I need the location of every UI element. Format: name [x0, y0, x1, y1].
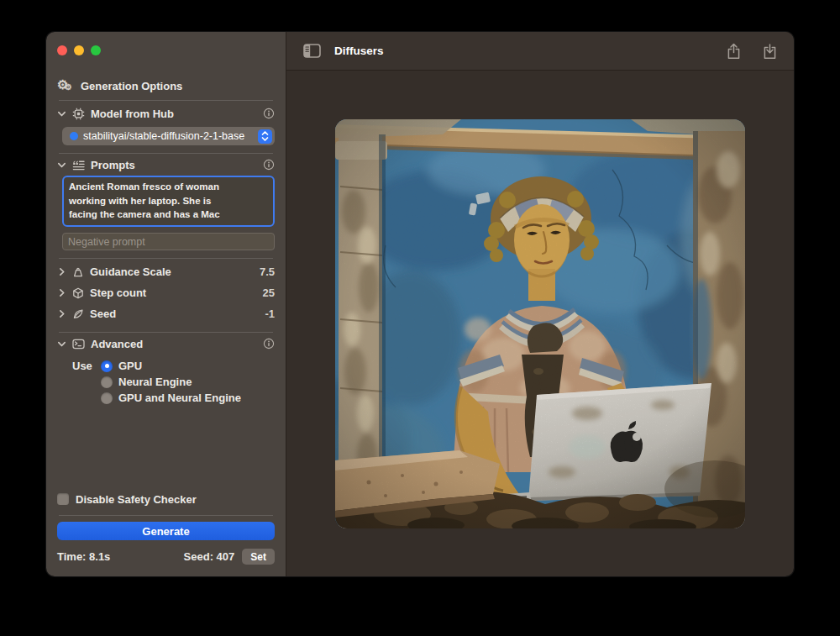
chevron-down-icon[interactable] — [57, 339, 66, 349]
app-window: ⚙⚙ Generation Options — [46, 32, 794, 576]
use-label: Use — [72, 360, 95, 372]
info-icon[interactable] — [263, 338, 275, 350]
cpu-icon — [72, 108, 85, 120]
time-status: Time: 8.1s — [57, 550, 110, 563]
radio-gpu[interactable] — [101, 360, 113, 372]
divider — [59, 258, 273, 259]
info-icon[interactable] — [263, 159, 275, 171]
window-controls — [57, 45, 275, 55]
info-icon[interactable] — [263, 108, 275, 119]
chevron-right-icon[interactable] — [57, 309, 66, 318]
model-dropdown[interactable]: stabilityai/stable-diffusion-2-1-base — [62, 127, 275, 145]
toolbar: Diffusers — [286, 32, 794, 71]
set-seed-button[interactable]: Set — [242, 549, 275, 565]
seed-label: Seed — [90, 307, 116, 320]
main-pane: Diffusers — [286, 32, 794, 576]
gears-icon: ⚙⚙ — [57, 79, 74, 92]
leaf-icon — [72, 308, 84, 320]
disable-safety-checker-label: Disable Safety Checker — [76, 493, 197, 506]
window-title: Diffusers — [334, 45, 384, 57]
model-dropdown-value: stabilityai/stable-diffusion-2-1-base — [83, 130, 258, 142]
chevron-right-icon[interactable] — [57, 288, 66, 297]
fresco-illustration — [335, 119, 745, 528]
chevron-down-icon[interactable] — [57, 109, 66, 118]
section-guidance-scale[interactable]: Guidance Scale 7.5 — [57, 261, 275, 282]
radio-neural-engine[interactable] — [101, 376, 113, 388]
share-button[interactable] — [727, 43, 741, 60]
disable-safety-checker-checkbox[interactable] — [57, 493, 69, 505]
save-button[interactable] — [763, 43, 777, 60]
zoom-button[interactable] — [91, 45, 101, 55]
up-down-chevrons-icon — [258, 129, 272, 144]
radio-row-neural-engine[interactable]: Neural Engine — [72, 374, 275, 390]
status-bar: Time: 8.1s Seed: 407 Set — [57, 549, 275, 565]
seed-value: -1 — [265, 307, 275, 320]
seed-status: Seed: 407 — [184, 550, 235, 563]
radio-gpu-label: GPU — [118, 360, 142, 372]
share-icon — [727, 43, 741, 60]
sidebar-title: Generation Options — [81, 80, 182, 92]
prompts-section-label: Prompts — [91, 159, 135, 171]
step-count-value: 25 — [263, 286, 275, 299]
chevron-down-icon[interactable] — [57, 160, 66, 170]
guidance-scale-value: 7.5 — [260, 265, 275, 278]
generated-image[interactable] — [335, 119, 745, 528]
negative-prompt-input[interactable] — [62, 233, 275, 250]
radio-gpu-and-neural-engine[interactable] — [101, 392, 113, 404]
section-advanced[interactable]: Advanced — [57, 333, 275, 355]
section-prompts[interactable]: Prompts — [57, 154, 275, 176]
section-model-from-hub[interactable]: Model from Hub — [57, 101, 275, 126]
radio-gpu-and-neural-engine-label: GPU and Neural Engine — [118, 392, 241, 404]
generate-button[interactable]: Generate — [57, 522, 275, 540]
safety-checker-row[interactable]: Disable Safety Checker — [57, 491, 275, 507]
model-section-label: Model from Hub — [91, 108, 174, 120]
close-button[interactable] — [57, 45, 67, 55]
sidebar: ⚙⚙ Generation Options — [46, 32, 286, 576]
canvas-area — [286, 71, 794, 576]
compute-unit-group: Use GPU Neural Engine GPU and Neural Eng… — [72, 358, 275, 406]
minimize-button[interactable] — [74, 45, 84, 55]
radio-row-gpu-and-neural-engine[interactable]: GPU and Neural Engine — [72, 390, 275, 406]
guidance-scale-label: Guidance Scale — [90, 265, 171, 278]
sidebar-header: ⚙⚙ Generation Options — [57, 79, 275, 92]
model-status-dot — [70, 132, 78, 140]
section-seed[interactable]: Seed -1 — [57, 303, 275, 324]
weight-icon — [72, 266, 84, 278]
prompt-input[interactable]: Ancient Roman fresco of woman working wi… — [62, 176, 275, 227]
divider — [59, 515, 273, 516]
section-step-count[interactable]: Step count 25 — [57, 282, 275, 303]
step-count-label: Step count — [90, 286, 146, 299]
download-icon — [763, 43, 777, 60]
cube-icon — [72, 287, 84, 299]
sidebar-toggle-button[interactable] — [303, 44, 321, 58]
text-quote-icon — [72, 160, 85, 171]
chevron-right-icon[interactable] — [57, 267, 66, 276]
radio-row-gpu[interactable]: Use GPU — [72, 358, 275, 374]
advanced-section-label: Advanced — [91, 338, 143, 350]
sidebar-toggle-icon — [303, 44, 321, 58]
radio-neural-engine-label: Neural Engine — [118, 376, 192, 388]
terminal-icon — [72, 339, 85, 350]
